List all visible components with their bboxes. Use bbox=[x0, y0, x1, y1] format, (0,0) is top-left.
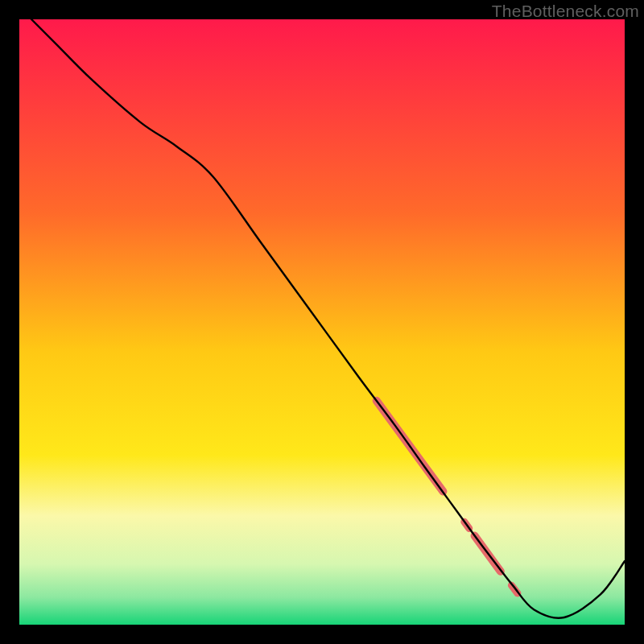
plot-area bbox=[19, 19, 625, 625]
watermark-text: TheBottleneck.com bbox=[492, 2, 639, 21]
gradient-background bbox=[19, 19, 625, 625]
chart-svg bbox=[19, 19, 625, 625]
chart-frame: TheBottleneck.com bbox=[0, 0, 644, 644]
